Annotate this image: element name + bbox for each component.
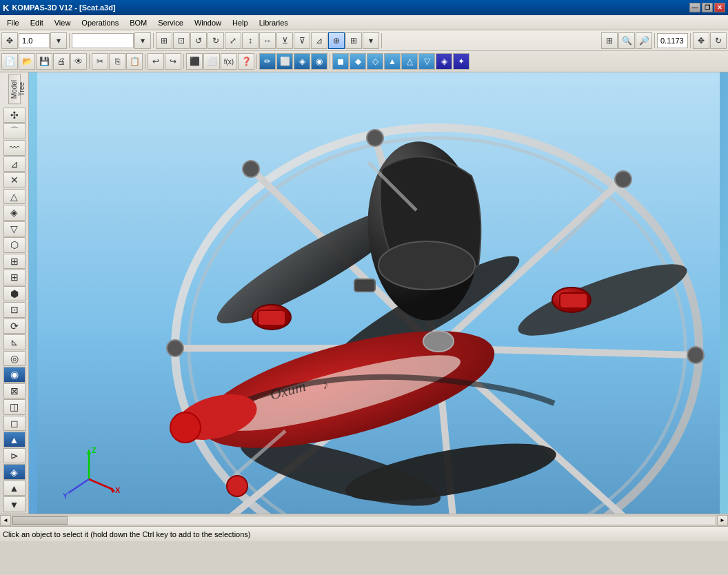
sidebar-btn15[interactable]: ⊾ [3, 334, 26, 350]
sidebar-btn11[interactable]: ⊞ [3, 270, 26, 285]
redo-btn[interactable]: ↪ [165, 53, 181, 70]
sketch-btn[interactable]: ✏ [259, 53, 276, 70]
sidebar-btn3[interactable]: 〰 [3, 140, 26, 156]
dropdown-btn[interactable]: ▾ [50, 32, 67, 49]
menu-window[interactable]: Window [189, 16, 227, 30]
solid5-btn[interactable]: △ [401, 53, 418, 70]
model-tree-tab[interactable]: Model Tree [8, 74, 21, 104]
close-button[interactable]: ✕ [714, 3, 725, 12]
status-message: Click an object to select it (hold down … [3, 530, 251, 538]
model-canvas: Oxum ♪ Z X Y [29, 72, 728, 514]
new-btn[interactable]: 📄 [1, 53, 18, 70]
orient-btn6[interactable]: ↕ [242, 32, 259, 49]
solid6-btn[interactable]: ▽ [418, 53, 435, 70]
preview-btn[interactable]: 👁 [70, 53, 87, 70]
sidebar-btn13[interactable]: ⊡ [3, 302, 26, 318]
sidebar-btn14[interactable]: ⟳ [3, 319, 26, 334]
sidebar-btn22[interactable]: ⊳ [3, 448, 26, 464]
formula-btn[interactable]: f(x) [221, 53, 237, 70]
pan-btn[interactable]: ✥ [693, 32, 709, 49]
scale-input[interactable] [19, 33, 50, 48]
sidebar-scroll-up[interactable]: ▲ [3, 481, 26, 496]
sidebar-scroll-down[interactable]: ▼ [3, 496, 26, 512]
sidebar-btn23-blue[interactable]: ◈ [3, 464, 26, 480]
sidebar-btn16[interactable]: ◎ [3, 351, 26, 367]
solid8-btn[interactable]: ✦ [453, 53, 469, 70]
sep5 [690, 33, 691, 48]
orient-btn4[interactable]: ↻ [208, 32, 224, 49]
menu-operations[interactable]: Operations [76, 16, 124, 30]
zoom-value-input[interactable] [657, 33, 688, 48]
orient-btn8[interactable]: ⊻ [276, 32, 293, 49]
scroll-right-btn[interactable]: ► [717, 515, 728, 526]
restore-button[interactable]: ❐ [702, 3, 713, 12]
feature-btn1[interactable]: ⬜ [276, 53, 293, 70]
menu-help[interactable]: Help [227, 16, 254, 30]
feature-btn3[interactable]: ◉ [311, 53, 327, 70]
orient-btn9[interactable]: ⊽ [294, 32, 310, 49]
cut-btn[interactable]: ✂ [92, 53, 108, 70]
wireframe-btn[interactable]: ⬜ [203, 53, 220, 70]
save-btn[interactable]: 💾 [36, 53, 52, 70]
sidebar-btn17-blue[interactable]: ◉ [3, 367, 26, 383]
solid1-btn[interactable]: ◼ [332, 53, 349, 70]
solid2-btn[interactable]: ◆ [350, 53, 366, 70]
sidebar-btn21-blue[interactable]: ▲ [3, 432, 26, 447]
sidebar-btn4[interactable]: ⊿ [3, 157, 26, 172]
orient-btn1[interactable]: ⊞ [156, 32, 172, 49]
menu-service[interactable]: Service [152, 16, 189, 30]
menu-file[interactable]: File [1, 16, 25, 30]
orient-btn12[interactable]: ▾ [363, 32, 379, 49]
solid4-btn[interactable]: ▲ [384, 53, 401, 70]
help-btn[interactable]: ❓ [238, 53, 254, 70]
zoom-fit-btn[interactable]: ⊞ [601, 32, 618, 49]
orient-active-btn[interactable]: ⊕ [328, 32, 345, 49]
sidebar-btn2[interactable]: ⌒ [3, 123, 26, 139]
title-bar-left: K KOMPAS-3D V12 - [Scat.a3d] [3, 3, 116, 13]
sidebar-btn8[interactable]: ▽ [3, 221, 26, 237]
sidebar-btn20[interactable]: ◻ [3, 416, 26, 432]
move-tool-btn[interactable]: ✥ [1, 32, 18, 49]
orient-btn3[interactable]: ↺ [190, 32, 207, 49]
menu-view[interactable]: View [49, 16, 77, 30]
orient-btn2[interactable]: ⊡ [173, 32, 190, 49]
shaded-btn[interactable]: ⬛ [186, 53, 203, 70]
scrollbar-area: ◄ ► [0, 514, 728, 526]
svg-point-31 [378, 241, 475, 290]
scroll-left-btn[interactable]: ◄ [0, 515, 11, 526]
viewport[interactable]: Oxum ♪ Z X Y [29, 72, 728, 514]
solid3-btn[interactable]: ◇ [367, 53, 383, 70]
rotate-btn[interactable]: ↻ [710, 32, 727, 49]
menu-bom[interactable]: BOM [124, 16, 152, 30]
sidebar-btn6[interactable]: △ [3, 189, 26, 205]
zoom-in-btn[interactable]: 🔍 [618, 32, 635, 49]
menu-edit[interactable]: Edit [25, 16, 49, 30]
undo-btn[interactable]: ↩ [148, 53, 164, 70]
solid7-btn[interactable]: ◈ [436, 53, 452, 70]
sidebar-btn12[interactable]: ⬢ [3, 286, 26, 302]
orient-btn7[interactable]: ↔ [259, 32, 276, 49]
sidebar-btn19[interactable]: ◫ [3, 399, 26, 415]
horizontal-scrollbar[interactable] [12, 516, 716, 525]
view-dropdown-btn[interactable]: ▾ [134, 32, 151, 49]
feature-btn2[interactable]: ◈ [294, 53, 310, 70]
minimize-button[interactable]: — [689, 3, 700, 12]
paste-btn[interactable]: 📋 [126, 53, 143, 70]
orient-btn5[interactable]: ⤢ [225, 32, 241, 49]
sidebar-btn9[interactable]: ⬡ [3, 237, 26, 253]
print-btn[interactable]: 🖨 [53, 53, 70, 70]
sidebar-btn7[interactable]: ◈ [3, 205, 26, 221]
view-style-input[interactable] [72, 33, 134, 48]
orient-btn10[interactable]: ⊿ [311, 32, 327, 49]
menu-libraries[interactable]: Libraries [254, 16, 294, 30]
open-btn[interactable]: 📂 [19, 53, 35, 70]
sidebar-btn18[interactable]: ⊠ [3, 383, 26, 399]
orient-btn11[interactable]: ⊞ [345, 32, 362, 49]
sidebar-btn1[interactable]: ✣ [3, 108, 26, 123]
zoom-out-btn[interactable]: 🔎 [636, 32, 652, 49]
sidebar-btn10[interactable]: ⊞ [3, 254, 26, 270]
sep9 [256, 54, 257, 69]
title-bar: K KOMPAS-3D V12 - [Scat.a3d] — ❐ ✕ [0, 0, 728, 15]
sidebar-btn5[interactable]: ✕ [3, 172, 26, 188]
copy-btn[interactable]: ⎘ [109, 53, 125, 70]
